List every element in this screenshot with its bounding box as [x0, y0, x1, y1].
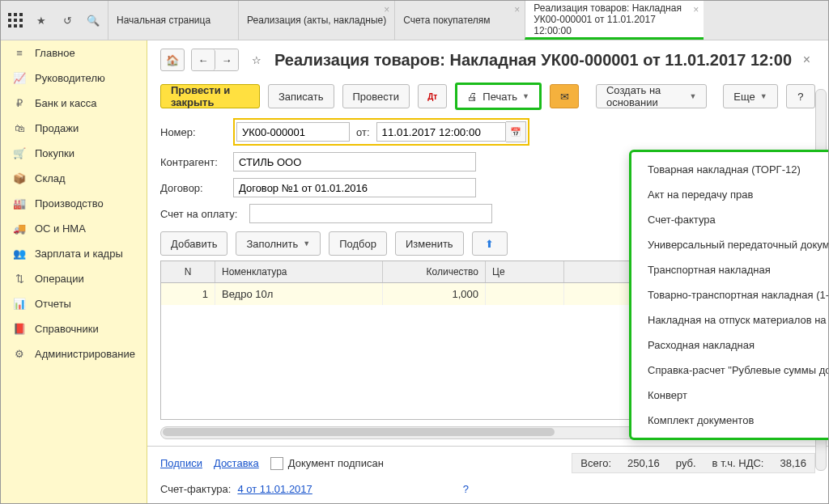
- close-icon[interactable]: ×: [693, 4, 699, 15]
- tab-invoices[interactable]: Счета покупателям×: [394, 1, 525, 40]
- sidebar-item-reports[interactable]: 📊Отчеты: [1, 291, 147, 316]
- main-area: 🏠 ← → ☆ Реализация товаров: Накладная УК…: [147, 40, 828, 503]
- print-item-rights[interactable]: Акт на передачу прав: [631, 182, 829, 207]
- add-row-button[interactable]: Добавить: [160, 231, 227, 256]
- signatures-link[interactable]: Подписи: [160, 457, 202, 469]
- col-quantity[interactable]: Количество: [383, 261, 486, 282]
- chevron-down-icon: ▼: [689, 92, 696, 100]
- book-icon: 📕: [12, 323, 27, 335]
- post-button[interactable]: Провести: [342, 84, 410, 108]
- total-label: Всего:: [580, 457, 611, 469]
- col-nomenclature[interactable]: Номенклатура: [215, 261, 383, 282]
- svg-rect-0: [8, 13, 11, 16]
- print-item-ttn[interactable]: Товарно-транспортная накладная (1-Т): [631, 282, 829, 307]
- truck-icon: 🚚: [12, 222, 27, 235]
- pick-button[interactable]: Подбор: [329, 231, 387, 256]
- gear-icon: ⚙: [12, 348, 27, 360]
- save-button[interactable]: Записать: [268, 84, 334, 108]
- svg-rect-4: [14, 19, 17, 22]
- sidebar-item-main[interactable]: ≡Главное: [1, 40, 147, 66]
- mail-button[interactable]: ✉: [550, 84, 579, 108]
- sidebar-item-warehouse[interactable]: 📦Склад: [1, 166, 147, 191]
- sidebar-item-admin[interactable]: ⚙Администрирование: [1, 341, 147, 366]
- move-up-button[interactable]: ⬆: [472, 231, 508, 256]
- sidebar-item-catalogs[interactable]: 📕Справочники: [1, 316, 147, 341]
- bars-icon: 📊: [12, 298, 27, 310]
- sf-link[interactable]: 4 от 11.01.2017: [237, 483, 312, 495]
- sidebar-item-operations[interactable]: ⇅Операции: [1, 266, 147, 291]
- vat-value: 38,16: [780, 457, 806, 469]
- number-label: Номер:: [160, 126, 225, 138]
- create-based-button[interactable]: Создать на основании▼: [596, 84, 707, 108]
- currency-label: руб.: [676, 457, 696, 469]
- sf-label: Счет-фактура:: [160, 483, 231, 495]
- delivery-link[interactable]: Доставка: [214, 457, 259, 469]
- fill-button[interactable]: Заполнить▼: [236, 231, 321, 256]
- col-price[interactable]: Це: [486, 261, 564, 282]
- ruble-icon: ₽: [12, 97, 27, 109]
- signed-checkbox[interactable]: Документ подписан: [270, 457, 384, 470]
- date-input[interactable]: [376, 122, 506, 142]
- sidebar-item-bank[interactable]: ₽Банк и касса: [1, 91, 147, 116]
- svg-rect-3: [8, 19, 11, 22]
- box-icon: 📦: [12, 172, 27, 184]
- svg-rect-2: [19, 13, 23, 16]
- print-item-torg12[interactable]: Товарная накладная (ТОРГ-12): [631, 157, 829, 182]
- cart-icon: 🛒: [12, 147, 27, 159]
- close-icon[interactable]: ×: [514, 4, 520, 15]
- svg-rect-7: [14, 24, 17, 28]
- apps-icon[interactable]: [7, 12, 23, 28]
- close-icon[interactable]: ×: [384, 4, 389, 15]
- vat-label: в т.ч. НДС:: [712, 457, 764, 469]
- back-button[interactable]: ←: [192, 49, 215, 70]
- contractor-input[interactable]: [233, 152, 476, 172]
- close-page-button[interactable]: ×: [798, 53, 815, 67]
- invoice-label: Счет на оплату:: [160, 208, 241, 220]
- help-button[interactable]: ?: [786, 84, 815, 108]
- sidebar-item-purchases[interactable]: 🛒Покупки: [1, 141, 147, 166]
- svg-rect-6: [8, 24, 11, 28]
- sidebar-item-sales[interactable]: 🛍Продажи: [1, 116, 147, 141]
- number-input[interactable]: [236, 122, 350, 142]
- post-and-close-button[interactable]: Провести и закрыть: [160, 84, 260, 108]
- sidebar-item-assets[interactable]: 🚚ОС и НМА: [1, 216, 147, 241]
- top-bar: ★ ↺ 🔍 Начальная страница Реализация (акт…: [1, 1, 828, 40]
- search-icon[interactable]: 🔍: [85, 12, 101, 28]
- col-n[interactable]: N: [161, 261, 215, 282]
- svg-rect-1: [14, 13, 17, 16]
- print-item-transport[interactable]: Транспортная накладная: [631, 257, 829, 282]
- tab-home[interactable]: Начальная страница: [108, 1, 238, 40]
- sidebar-item-manager[interactable]: 📈Руководителю: [1, 66, 147, 91]
- print-item-sf[interactable]: Счет-фактура: [631, 207, 829, 232]
- home-button[interactable]: 🏠: [160, 49, 185, 71]
- dtkt-button[interactable]: Дт: [418, 84, 447, 108]
- sidebar-item-production[interactable]: 🏭Производство: [1, 191, 147, 216]
- favorite-star-icon[interactable]: ☆: [245, 49, 268, 70]
- contract-input[interactable]: [233, 178, 476, 197]
- more-button[interactable]: Еще▼: [723, 84, 777, 108]
- factory-icon: 🏭: [12, 197, 27, 210]
- tab-current-doc[interactable]: Реализация товаров: Накладная УК00-00000…: [525, 1, 704, 40]
- print-item-envelope[interactable]: Конверт: [631, 383, 829, 408]
- tab-realization[interactable]: Реализация (акты, накладные)×: [238, 1, 394, 40]
- print-item-upd[interactable]: Универсальный передаточный документ (УПД…: [631, 232, 829, 257]
- tabs: Начальная страница Реализация (акты, нак…: [108, 1, 828, 40]
- print-item-set[interactable]: Комплект документов: [631, 408, 829, 433]
- invoice-input[interactable]: [249, 204, 492, 223]
- help-link[interactable]: ?: [463, 483, 469, 495]
- sidebar: ≡Главное 📈Руководителю ₽Банк и касса 🛍Пр…: [1, 40, 147, 503]
- menu-icon: ≡: [12, 47, 27, 59]
- history-icon[interactable]: ↺: [59, 12, 75, 28]
- star-icon[interactable]: ★: [33, 12, 49, 28]
- print-button[interactable]: 🖨Печать▼: [455, 83, 542, 110]
- print-item-currency-calc[interactable]: Справка-расчет "Рублевые суммы документа…: [631, 358, 829, 383]
- people-icon: 👥: [12, 248, 27, 260]
- calendar-icon[interactable]: 📅: [506, 121, 526, 142]
- page-title: Реализация товаров: Накладная УК00-00000…: [274, 51, 792, 70]
- forward-button[interactable]: →: [215, 49, 238, 70]
- printer-icon: 🖨: [467, 91, 478, 103]
- print-item-m15[interactable]: Накладная на отпуск материалов на сторон…: [631, 307, 829, 332]
- sidebar-item-salary[interactable]: 👥Зарплата и кадры: [1, 241, 147, 266]
- change-button[interactable]: Изменить: [395, 231, 464, 256]
- print-item-expense[interactable]: Расходная накладная: [631, 332, 829, 358]
